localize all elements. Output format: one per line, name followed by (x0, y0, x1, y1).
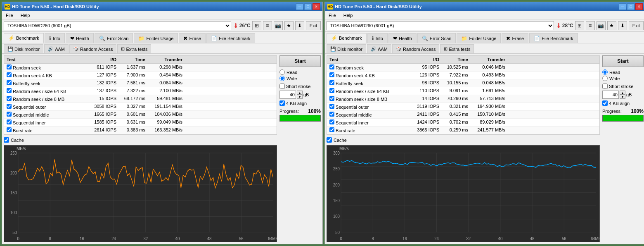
tabs-row2-2: 💾 Disk monitor 🔊 AAM 🎲 Random Access ⊞ E… (325, 43, 644, 54)
toolbar-btn-grid-2[interactable]: ⊞ (575, 21, 584, 30)
spin-buttons-1: ▲ ▼ (297, 91, 303, 99)
col-io-1: I/O (84, 57, 117, 62)
close-button-2[interactable]: ✕ (635, 3, 643, 10)
shortstroke-item-1[interactable]: Short stroke (279, 84, 321, 89)
tab-filebenchmark-2[interactable]: 📄 File Benchmark (529, 33, 578, 43)
tabs-row1-2: ⚡ Benchmark ℹ Info ❤ Health 🔍 Error Scan… (325, 32, 644, 43)
minimize-button-1[interactable]: ─ (296, 3, 303, 10)
svg-text:100: 100 (333, 213, 340, 219)
toolbar-btn-star-2[interactable]: ★ (607, 21, 616, 30)
radio-read-1[interactable]: Read (279, 69, 321, 75)
tab-health-1[interactable]: ❤ Health (66, 33, 94, 43)
svg-text:8: 8 (49, 236, 51, 241)
radio-read-2[interactable]: Read (602, 69, 644, 75)
toolbar-btn-down-2[interactable]: ⬇ (618, 21, 627, 30)
cell-test: Sequential middle (6, 111, 84, 118)
tab-aam-1[interactable]: 🔊 AAM (44, 44, 69, 53)
minimize-button-2[interactable]: ─ (619, 3, 626, 10)
cell-io: 611 IOPS (84, 64, 117, 71)
tab-aam-2[interactable]: 🔊 AAM (367, 44, 391, 53)
radio-write-input-1[interactable] (279, 76, 285, 81)
cache-checkbox-2[interactable] (327, 137, 332, 143)
align-item-2[interactable]: 4 KB align (602, 100, 644, 106)
maximize-button-1[interactable]: □ (304, 3, 312, 10)
tab-errorscan-1[interactable]: 🔍 Error Scan (95, 33, 133, 43)
svg-text:32: 32 (143, 236, 148, 241)
tab-info-1[interactable]: ℹ Info (45, 33, 65, 43)
tab-randomaccess-2[interactable]: 🎲 Random Access (392, 44, 439, 53)
tab-info-2[interactable]: ℹ Info (367, 33, 388, 43)
radio-write-2[interactable]: Write (602, 76, 644, 81)
exit-button-2[interactable]: Exit (629, 21, 644, 30)
tab-erase-2[interactable]: ✖ Erase (502, 33, 528, 43)
svg-text:56: 56 (562, 236, 566, 241)
radio-read-input-2[interactable] (602, 69, 608, 75)
tab-health-2[interactable]: ❤ Health (388, 33, 417, 43)
toolbar-btn-camera-2[interactable]: 📷 (597, 21, 606, 30)
toolbar-btn-camera-1[interactable]: 📷 (274, 21, 283, 30)
shortstroke-item-2[interactable]: Short stroke (602, 84, 644, 89)
tab-errorscan-2[interactable]: 🔍 Error Scan (417, 33, 456, 43)
tab-randomaccess-1[interactable]: 🎲 Random Access (69, 44, 116, 53)
start-button-1[interactable]: Start (279, 55, 321, 67)
shortstroke-checkbox-1[interactable] (279, 84, 285, 89)
tab-extratests-1[interactable]: ⊞ Extra tests (117, 44, 151, 53)
toolbar-btn-grid-1[interactable]: ⊞ (252, 21, 261, 30)
align-checkbox-2[interactable] (602, 100, 608, 106)
info-icon-1: ℹ (49, 36, 51, 41)
align-item-1[interactable]: 4 KB align (279, 100, 321, 106)
thermometer-icon-2: 🌡 (556, 22, 561, 29)
toolbar-btn-down-1[interactable]: ⬇ (295, 21, 304, 30)
cell-transfer: 57.713 MB/s (469, 96, 506, 102)
start-button-2[interactable]: Start (602, 55, 644, 67)
cache-checkbox-1[interactable] (4, 137, 9, 143)
cell-io: 110 IOPS (407, 88, 440, 94)
progress-bar-fill-1 (280, 115, 320, 121)
close-button-1[interactable]: ✕ (313, 3, 320, 10)
tab-diskmonitor-2[interactable]: 💾 Disk monitor (327, 44, 366, 53)
tab-benchmark-2[interactable]: ⚡ Benchmark (327, 33, 367, 43)
svg-text:200: 200 (333, 182, 340, 187)
menu-file-1[interactable]: File (5, 12, 14, 18)
menu-file-2[interactable]: File (327, 12, 337, 18)
checkbox-group-1: Short stroke ▲ ▼ gB 4 KB align (279, 84, 321, 106)
cell-transfer: 1.691 MB/s (469, 88, 506, 94)
maximize-button-2[interactable]: □ (627, 3, 635, 10)
shortstroke-checkbox-2[interactable] (602, 84, 608, 89)
benchmark-icon-2: ⚡ (331, 35, 337, 41)
tab-folderusage-1[interactable]: 📁 Folder Usage (134, 33, 178, 43)
spin-up-2[interactable]: ▲ (620, 91, 625, 95)
tab-filebenchmark-1[interactable]: 📄 File Benchmark (206, 33, 255, 43)
tab-diskmonitor-1[interactable]: 💾 Disk monitor (4, 44, 43, 53)
drive-select-2[interactable]: TOSHIBA HDWD260 (6001 gB) (327, 21, 554, 30)
title-bar-1: HD HD Tune Pro 5.50 - Hard Disk/SSD Util… (2, 2, 322, 11)
toolbar-btn-star-1[interactable]: ★ (284, 21, 294, 30)
gb-field-1[interactable] (279, 91, 296, 99)
spin-down-2[interactable]: ▼ (620, 95, 625, 99)
tab-benchmark-1[interactable]: ⚡ Benchmark (4, 33, 44, 43)
aam-icon-1: 🔊 (48, 46, 54, 52)
menu-help-2[interactable]: Help (342, 12, 354, 18)
spin-up-1[interactable]: ▲ (297, 91, 303, 95)
tab-folderusage-2[interactable]: 📁 Folder Usage (457, 33, 501, 43)
spin-down-1[interactable]: ▼ (297, 95, 303, 99)
window-title-1: HD Tune Pro 5.50 - Hard Disk/SSD Utility (12, 4, 99, 9)
temperature-value-2: 28°C (562, 23, 573, 29)
toolbar-btn-list-1[interactable]: ≡ (263, 21, 272, 30)
tab-extratests-2[interactable]: ⊞ Extra tests (440, 44, 474, 53)
menu-help-1[interactable]: Help (19, 12, 31, 18)
gb-field-2[interactable] (602, 91, 619, 99)
cell-time: 0.601 ms (117, 111, 146, 118)
toolbar-btn-list-2[interactable]: ≡ (586, 21, 595, 30)
radio-write-1[interactable]: Write (279, 76, 321, 81)
drive-select-1[interactable]: TOSHIBA HDWD260 (6001 gB) (4, 21, 231, 30)
radio-write-input-2[interactable] (602, 76, 608, 81)
right-panel-2: Start Read Write Short stroke (602, 55, 644, 242)
align-checkbox-1[interactable] (279, 100, 285, 106)
table-row: Random seek 95 IOPS 10.525 ms 0.046 MB/s (327, 64, 599, 72)
svg-text:16: 16 (80, 236, 84, 241)
cell-time: 0.383 ms (117, 127, 146, 134)
exit-button-1[interactable]: Exit (306, 21, 321, 30)
radio-read-input-1[interactable] (279, 69, 285, 75)
tab-erase-1[interactable]: ✖ Erase (179, 33, 206, 43)
